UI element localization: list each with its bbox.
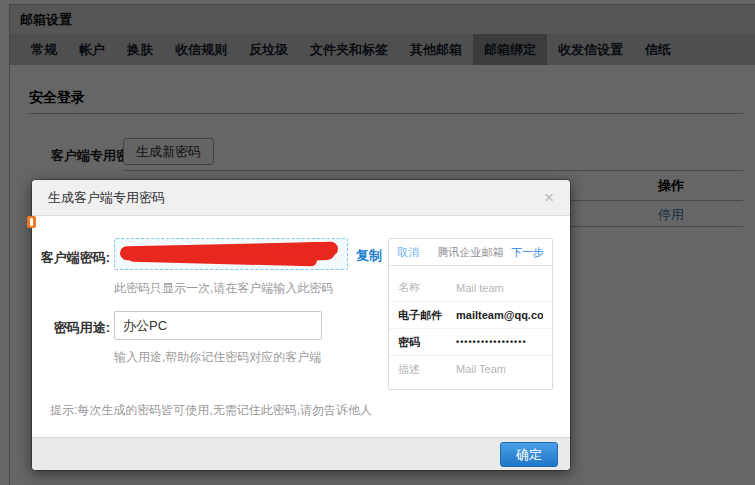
client-password-label: 客户端密码: [32,249,110,267]
preview-name-value: Mail team [456,282,504,294]
preview-description-label: 描述 [398,362,456,377]
generate-password-dialog: 生成客户端专用密码 × 客户端密码: 复制 此密码只显示一次,请在客户端输入此密… [32,180,570,470]
client-setup-preview: 取消 腾讯企业邮箱 下一步 名称 Mail team 电子邮件 mailteam… [388,238,553,390]
confirm-button[interactable]: 确定 [500,442,558,467]
purpose-hint-text: 输入用途,帮助你记住密码对应的客户端 [114,349,321,366]
dialog-footer: 确定 [32,437,570,470]
preview-row-name: 名称 Mail team [389,274,552,301]
preview-password-dots: ••••••••••••••••• [456,337,527,347]
preview-row-description: 描述 Mail Team [389,355,552,382]
copy-link[interactable]: 复制 [356,247,382,265]
preview-next-label: 下一步 [511,239,544,266]
password-purpose-input[interactable] [114,311,322,340]
preview-email-label: 电子邮件 [398,308,456,323]
password-purpose-label: 密码用途: [32,319,110,337]
preview-name-label: 名称 [398,280,456,295]
preview-nav-bar: 取消 腾讯企业邮箱 下一步 [389,239,552,266]
preview-row-password: 密码 ••••••••••••••••• [389,328,552,355]
preview-password-label: 密码 [398,335,456,350]
preview-description-value: Mail Team [456,363,506,375]
dialog-title: 生成客户端专用密码 [48,180,165,216]
generated-password-selection[interactable] [114,238,348,270]
dialog-header: 生成客户端专用密码 × [32,180,570,216]
preview-row-email: 电子邮件 mailteam@qq.com [389,301,552,328]
dialog-tip-text: 提示:每次生成的密码皆可使用,无需记住此密码,请勿告诉他人 [50,402,372,419]
preview-form-rows: 名称 Mail team 电子邮件 mailteam@qq.com 密码 •••… [389,274,552,382]
close-icon[interactable]: × [540,180,558,216]
password-hint-text: 此密码只显示一次,请在客户端输入此密码 [114,280,333,297]
annotation-marker-icon [27,216,36,228]
password-redaction-scribble [265,242,336,262]
preview-email-value: mailteam@qq.com [456,309,543,321]
